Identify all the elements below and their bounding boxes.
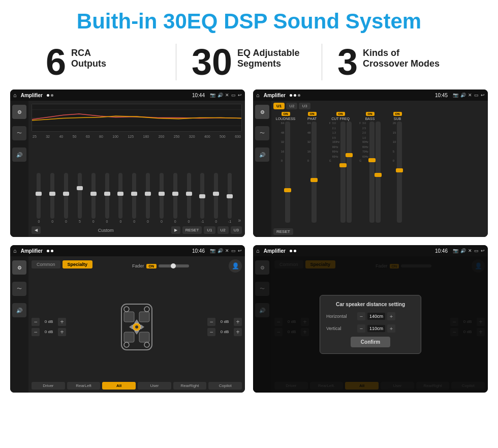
eq-speaker-btn[interactable]: 🔊: [12, 147, 26, 162]
home-icon[interactable]: ⌂: [13, 92, 17, 98]
home-icon-4[interactable]: ⌂: [256, 248, 260, 254]
cross-right-controls: − 0 dB + − 0 dB +: [207, 275, 242, 379]
btn-rearleft[interactable]: RearLeft: [67, 382, 101, 390]
phat-scale: 644832160: [307, 122, 311, 162]
cutfreq-slider[interactable]: [340, 122, 346, 223]
eq-nav: ◀ Custom ▶ RESET U1 U2 U3: [32, 226, 242, 234]
cutfreq-on: ON: [336, 112, 345, 116]
dialog-horizontal-row: Horizontal − 140cm +: [326, 312, 415, 320]
db-val-3: 0 dB: [217, 319, 232, 324]
back-icon-3[interactable]: ↩: [238, 248, 242, 253]
dialog-overlay: Car speaker distance setting Horizontal …: [253, 256, 488, 393]
db-plus-2[interactable]: +: [58, 328, 66, 336]
amp-preset-u2[interactable]: U2: [286, 103, 297, 109]
bass-scale2: 3.02.52.01.0: [362, 122, 368, 139]
btn-rearright[interactable]: RearRight: [173, 382, 207, 390]
fader-slider[interactable]: [159, 264, 189, 267]
back-icon-4[interactable]: ↩: [481, 248, 485, 253]
amp-speaker-btn[interactable]: 🔊: [255, 147, 269, 162]
sub-scale: 20151050: [393, 122, 396, 162]
amp-wave-btn[interactable]: 〜: [255, 126, 269, 140]
cross-filter-btn[interactable]: ⚙: [12, 260, 26, 275]
fader-row: Fader ON: [132, 263, 189, 268]
db-val-2: 0 dB: [42, 330, 56, 334]
screen-dialog: ⌂ Amplifier 10:46 📷 🔊 ✕ ▭ ↩ ⚙ 〜 🔊: [253, 245, 488, 393]
cross-tab-common[interactable]: Common: [32, 260, 60, 268]
crossover-content: ⚙ 〜 🔊 Common Specialty Fader ON 👤: [10, 256, 245, 393]
eq-next-btn[interactable]: ▶: [171, 226, 180, 234]
svg-point-18: [144, 342, 149, 347]
screen-crossover: ⌂ Amplifier 10:46 📷 🔊 ✕ ▭ ↩ ⚙ 〜 🔊: [10, 245, 245, 393]
bass-scale3: 90Hz80Hz70Hz60Hz: [362, 140, 368, 158]
svg-point-10: [135, 325, 138, 328]
btn-copilot[interactable]: Copilot: [208, 382, 242, 390]
eq-u2-btn[interactable]: U2: [217, 226, 229, 234]
camera-icon: 📷: [210, 93, 215, 98]
eq-filter-btn[interactable]: ⚙: [12, 105, 26, 119]
eq-col-8: 0: [128, 173, 141, 223]
confirm-button[interactable]: Confirm: [351, 337, 390, 347]
stat-eq-line2: Segments: [237, 58, 299, 69]
eq-prev-btn[interactable]: ◀: [32, 226, 41, 234]
db-minus-3[interactable]: −: [207, 318, 215, 326]
btn-user[interactable]: User: [138, 382, 171, 390]
stat-rca-line1: RCA: [71, 48, 106, 58]
eq-reset-btn[interactable]: RESET: [182, 226, 202, 234]
time-2: 10:45: [435, 93, 448, 98]
time-1: 10:44: [192, 93, 205, 98]
db-val-1: 0 dB: [42, 319, 56, 324]
page-header: Buith-in 30EQ DSP Sound System: [0, 0, 498, 39]
amp-phat: ON PHAT 644832160: [300, 112, 324, 223]
bass-slider[interactable]: [369, 122, 375, 223]
amp-preset-u1[interactable]: U1: [273, 103, 285, 109]
db-plus-1[interactable]: +: [58, 318, 66, 326]
expand-icon[interactable]: »: [238, 218, 241, 223]
horizontal-plus-btn[interactable]: +: [387, 312, 395, 320]
eq-col-15: -1: [224, 173, 236, 223]
btn-driver[interactable]: Driver: [32, 382, 65, 390]
horizontal-minus-btn[interactable]: −: [357, 312, 365, 320]
db-minus-4[interactable]: −: [207, 328, 215, 336]
home-icon-3[interactable]: ⌂: [13, 248, 17, 254]
db-plus-4[interactable]: +: [234, 328, 242, 336]
amp-filter-btn[interactable]: ⚙: [255, 105, 269, 119]
screen-eq: ⌂ Amplifier 10:44 📷 🔊 ✕ ▭ ↩ ⚙ 〜 🔊: [10, 89, 245, 237]
volume-icon-4: 🔊: [460, 248, 466, 253]
x-icon: ✕: [225, 93, 229, 98]
cutfreq-slider2[interactable]: [347, 122, 352, 223]
sub-label: SUB: [394, 117, 401, 121]
eq-col-7: 0: [114, 173, 127, 223]
eq-curve-svg: [32, 104, 241, 131]
amp-preset-u3[interactable]: U3: [299, 103, 310, 109]
home-icon-2[interactable]: ⌂: [256, 92, 260, 98]
cutfreq-scale: FG: [329, 122, 331, 162]
screen-amp-detail: ⌂ Amplifier 10:45 📷 🔊 ✕ ▭ ↩ ⚙ 〜 🔊: [253, 89, 488, 237]
cross-tab-specialty[interactable]: Specialty: [63, 260, 93, 268]
back-icon[interactable]: ↩: [238, 93, 242, 98]
loudness-scale: 644832160: [281, 122, 285, 162]
back-icon-2[interactable]: ↩: [481, 93, 485, 98]
cross-speaker-btn[interactable]: 🔊: [12, 303, 26, 317]
btn-all[interactable]: All: [102, 382, 136, 390]
vertical-plus-btn[interactable]: +: [387, 324, 395, 333]
amp-reset-btn[interactable]: RESET: [273, 228, 293, 235]
loudness-slider[interactable]: [285, 122, 290, 223]
vertical-minus-btn[interactable]: −: [357, 324, 365, 333]
stat-rca-line2: Outputs: [71, 58, 106, 69]
bass-slider2[interactable]: [376, 122, 381, 223]
eq-col-4: 5: [73, 173, 86, 223]
amp-sidebar: ⚙ 〜 🔊: [253, 101, 271, 237]
screen-eq-content: ⚙ 〜 🔊: [10, 101, 245, 237]
eq-u1-btn[interactable]: U1: [204, 226, 215, 234]
db-minus-2[interactable]: −: [32, 328, 40, 336]
sub-slider[interactable]: [397, 122, 402, 223]
eq-wave-btn[interactable]: 〜: [12, 126, 26, 140]
battery-icon-3: ▭: [231, 248, 236, 253]
phat-slider[interactable]: [312, 122, 317, 223]
svg-marker-11: [134, 319, 139, 323]
db-plus-3[interactable]: +: [234, 318, 242, 326]
cross-wave-btn[interactable]: 〜: [12, 282, 26, 296]
eq-u3-btn[interactable]: U3: [231, 226, 242, 234]
dot2-2: [294, 94, 296, 97]
db-minus-1[interactable]: −: [32, 318, 40, 326]
